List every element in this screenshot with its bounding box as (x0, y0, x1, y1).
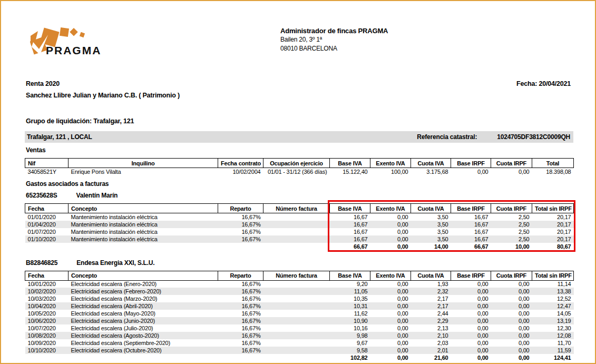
provider-head: 65235628SValentín Marín (25, 192, 573, 200)
table-cell: 0,00 (491, 339, 532, 347)
table-cell: 0,00 (370, 228, 411, 235)
total-cell: 0,00 (370, 243, 411, 250)
header-row: NifInquilinoFecha contratoOcupación ejer… (25, 159, 574, 168)
table-cell: 16,67% (218, 280, 263, 288)
table-row: 34058521YEnrique Pons Vilalta10/02/20040… (25, 168, 574, 175)
table-cell: 12,47 (532, 302, 574, 310)
office-address-line2: 08010 BARCELONA (280, 44, 388, 53)
gastos-section-title: Gastos asociados a facturas (26, 180, 109, 188)
table-cell: 10/01/2020 (25, 280, 69, 288)
table-cell (263, 317, 330, 324)
table-cell: 10/08/2020 (25, 332, 69, 339)
table-cell: 0,00 (370, 302, 411, 310)
table-cell: 0,00 (370, 324, 411, 332)
total-cell: 66,67 (330, 243, 370, 250)
table-cell (263, 288, 330, 295)
table-cell: 16,67 (451, 213, 491, 221)
table-cell (263, 339, 330, 347)
gastos-table: FechaConceptoRepartoNúmero facturaBase I… (25, 271, 574, 362)
office-header: Administrador de fincas PRAGMA Bailen 20… (280, 26, 388, 53)
table-cell: 20,17 (532, 235, 574, 243)
table-cell: 10/04/2020 (25, 302, 69, 310)
column-header: Fecha contrato (218, 159, 263, 168)
table-cell: 0,00 (370, 317, 411, 324)
table-cell: 01/01/2020 (25, 213, 69, 221)
table-cell: 9,20 (330, 280, 370, 288)
table-cell: 16,67 (451, 235, 491, 243)
pragma-logo: PRAGMA (30, 22, 125, 59)
total-cell: 66,67 (451, 243, 491, 250)
total-cell: 21,60 (411, 354, 451, 361)
header-row: FechaConceptoRepartoNúmero facturaBase I… (25, 271, 574, 280)
table-cell: 16,67 (330, 235, 370, 243)
table-row: 10/02/2020Electricidad escalera (Febrero… (25, 288, 574, 295)
total-cell: 0,00 (370, 354, 411, 361)
office-address-line1: Bailen 20, 3º 1ª (280, 35, 388, 44)
provider-name: Endesa Energia XXI, S.L.U. (76, 259, 445, 268)
table-cell: Enrique Pons Vilalta (69, 168, 218, 175)
column-header: Cuota IRPF (491, 204, 532, 213)
table-row: 10/09/2020Electricidad escalera (Septiem… (25, 339, 574, 347)
table-cell: 11,59 (532, 347, 574, 354)
table-cell: 16,67% (218, 235, 263, 243)
table-cell (263, 324, 330, 332)
table-cell: 16,67 (330, 221, 370, 228)
table-cell: 0,00 (491, 288, 532, 295)
provider-nif: B82846825 (26, 259, 57, 268)
table-cell: 01/07/2020 (25, 228, 69, 235)
office-name: Administrador de fincas PRAGMA (280, 26, 388, 35)
column-header: Número factura (263, 271, 330, 280)
column-header: Cuota IRPF (491, 159, 532, 168)
column-header: Reparto (218, 204, 263, 213)
report-date: Fecha: 20/04/2021 (516, 80, 571, 87)
table-cell: 12,08 (532, 332, 574, 339)
provider-section: 65235628SValentín MarínFechaConceptoRepa… (25, 192, 573, 250)
column-header: Fecha (25, 204, 69, 213)
table-cell: 0,00 (451, 339, 491, 347)
table-row: 10/01/2020Electricidad escalera (Enero-2… (25, 280, 574, 288)
table-cell: 0,00 (451, 310, 491, 317)
table-cell: 0,00 (451, 347, 491, 354)
gastos-providers: 65235628SValentín MarínFechaConceptoRepa… (25, 192, 573, 361)
table-cell (218, 354, 263, 361)
table-cell: 18.398,08 (532, 168, 574, 175)
logo-wordmark: PRAGMA (46, 44, 101, 57)
column-header: Total (532, 159, 574, 168)
table-cell (25, 243, 69, 250)
table-cell: 0,00 (451, 302, 491, 310)
table-cell: 16,67% (218, 302, 263, 310)
table-cell (263, 354, 330, 361)
liquidation-group: Grupo de liquidación: Trafalgar, 121 (26, 117, 134, 125)
table-cell: 11,70 (532, 339, 574, 347)
totals-row: 102,820,0021,600,000,00124,41 (25, 354, 574, 361)
table-cell (263, 310, 330, 317)
table-cell (69, 354, 218, 361)
table-cell: 100,00 (370, 168, 411, 175)
table-cell: 15.122,40 (330, 168, 370, 175)
table-cell: 10,16 (330, 324, 370, 332)
table-cell: 0,00 (370, 347, 411, 354)
table-cell: 11,14 (532, 280, 574, 288)
total-cell: 0,00 (451, 354, 491, 361)
table-cell: Electricidad escalera (Agosto-2020) (69, 332, 218, 339)
table-cell: Electricidad escalera (Junio-2020) (69, 317, 218, 324)
total-cell: 10,00 (491, 243, 532, 250)
table-cell: 10,31 (330, 302, 370, 310)
table-cell: 10,90 (330, 317, 370, 324)
table-row: 10/08/2020Electricidad escalera (Agosto-… (25, 332, 574, 339)
table-cell: 0,00 (491, 295, 532, 302)
table-cell (263, 213, 330, 221)
table-cell: 9,98 (330, 332, 370, 339)
table-cell: 16,67% (218, 295, 263, 302)
table-cell: 10/10/2020 (25, 347, 69, 354)
table-cell: 0,00 (491, 168, 532, 175)
gastos-table: FechaConceptoRepartoNúmero facturaBase I… (25, 203, 574, 250)
table-cell: 0,00 (370, 295, 411, 302)
table-cell: 2,32 (411, 288, 451, 295)
column-header: Concepto (69, 271, 218, 280)
table-cell: 11,62 (330, 310, 370, 317)
table-cell: Electricidad escalera (Mayo-2020) (69, 310, 218, 317)
table-cell (25, 354, 69, 361)
table-cell: 3,50 (411, 228, 451, 235)
table-cell: 0,00 (370, 288, 411, 295)
